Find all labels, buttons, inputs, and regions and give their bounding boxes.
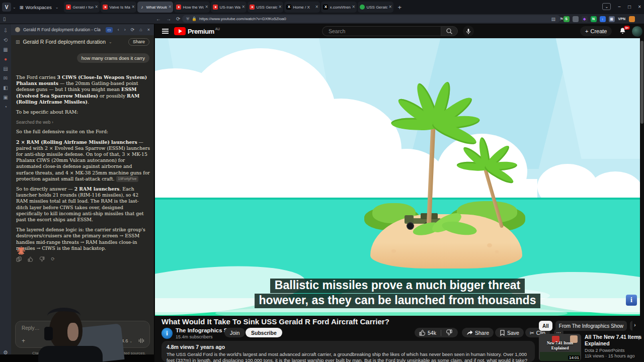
browser-tab[interactable]: US-Iran War: USS Ger× (211, 2, 247, 13)
tab-close-icon[interactable]: × (205, 5, 208, 10)
join-button[interactable]: Join (224, 328, 245, 337)
new-tab-button[interactable]: + (397, 4, 401, 11)
shield-icon[interactable]: ⛨ (186, 17, 189, 22)
dislike-icon[interactable] (446, 329, 452, 336)
tab-close-icon[interactable]: × (95, 5, 98, 10)
browser-tab[interactable]: XHome / X× (284, 2, 320, 13)
address-bar[interactable]: ⛨ 🔒 https://www.youtube.com/watch?v=DXfK… (182, 15, 560, 23)
panel-forward-icon[interactable]: › (124, 27, 126, 32)
tab-close-icon[interactable]: × (315, 5, 318, 10)
attach-plus-button[interactable]: + (22, 337, 25, 344)
account-avatar[interactable] (632, 26, 642, 37)
reading-panel-icon[interactable]: ◧ (3, 85, 8, 90)
reading-list-icon[interactable]: ▤ (551, 17, 555, 22)
vivaldi-menu-button[interactable]: V (2, 3, 11, 12)
share-button[interactable]: Share (462, 328, 494, 337)
app-menu-chevron-icon[interactable]: ⌄ (13, 5, 16, 10)
hamburger-menu-icon[interactable] (162, 29, 169, 35)
tab-label: What Would It Take T (146, 5, 167, 10)
history-panel-icon[interactable]: ◔ (4, 105, 7, 110)
panel-reload-icon[interactable]: ⟳ (131, 27, 135, 32)
browser-tab[interactable]: Valve Is Making Some× (101, 2, 136, 13)
subscribe-button[interactable]: Subscribe (246, 328, 282, 337)
chips-next-icon[interactable]: › (634, 322, 636, 328)
tab-dropdown-icon[interactable]: ⌄ (602, 3, 611, 10)
like-count[interactable]: 54k (428, 330, 436, 336)
chat-title[interactable]: Gerald R Ford deployment duration (23, 39, 106, 45)
panel-close-icon[interactable]: × (147, 27, 150, 32)
close-window-button[interactable]: × (638, 4, 641, 10)
extension-icon[interactable]: ↓ (600, 16, 606, 22)
downloads-icon[interactable]: ⇩ (4, 28, 8, 33)
panel-toggle-icon[interactable]: ▯ (3, 16, 6, 22)
description-box[interactable]: 4.8m views 7 years ago The USS Gerald Fo… (162, 341, 535, 362)
windows-panel-icon[interactable]: ▦ (3, 47, 8, 52)
channel-avatar[interactable]: i (162, 328, 173, 339)
search-input[interactable]: Search (322, 26, 441, 36)
mail-panel-icon[interactable]: ✉ (4, 76, 8, 81)
filter-chip[interactable]: Aircraft car (630, 321, 632, 331)
extension-icon[interactable]: VPN (618, 16, 626, 22)
youtube-premium-logo[interactable]: Premium AU (174, 27, 220, 35)
url-text[interactable]: https://www.youtube.com/watch?v=DXfKo5Zi… (199, 17, 286, 21)
filter-chip[interactable]: All (539, 321, 552, 331)
channel-watermark[interactable]: i (626, 295, 637, 306)
recommended-channel[interactable]: Dota 2 PowerPoints (585, 348, 625, 353)
tab-close-icon[interactable]: × (242, 5, 245, 10)
browser-tab[interactable]: ♪What Would It Take T× (137, 2, 173, 13)
extension-icon[interactable]: ▣ (609, 16, 615, 22)
retry-icon[interactable]: ⟳ (51, 256, 55, 262)
page-scrollbar[interactable] (640, 38, 644, 362)
scrollbar-thumb[interactable] (640, 41, 643, 124)
workspaces-button[interactable]: ⊞ Workspaces ⌄ (20, 5, 60, 10)
like-icon[interactable] (419, 329, 426, 336)
minimize-button[interactable]: − (618, 4, 621, 10)
extension-icon[interactable]: ◆ (582, 16, 588, 22)
bookmarks-panel-icon[interactable]: ▣ (3, 95, 8, 100)
tab-close-icon[interactable]: × (279, 5, 282, 10)
create-button[interactable]: +Create (580, 26, 612, 36)
thumbs-up-icon[interactable] (28, 256, 33, 262)
copy-icon[interactable] (16, 256, 22, 262)
browser-tab[interactable]: Gerald r ford - YouTub× (64, 2, 100, 13)
search-button[interactable] (441, 26, 458, 36)
back-icon[interactable]: ← (156, 16, 161, 22)
chat-title-chevron-icon[interactable]: ⌄ (109, 40, 112, 44)
browser-tab[interactable]: Xx.com/i/trending/2037× (321, 2, 357, 13)
tab-close-icon[interactable]: × (352, 5, 355, 10)
recommended-thumbnail[interactable]: New 7.41 ItemsExplained 14:01 (539, 334, 581, 361)
reply-input[interactable]: Reply… + Sonnet 4.6 ⌄ (15, 321, 150, 348)
filter-chip[interactable]: From The Infographics Show (555, 321, 627, 331)
extension-icon[interactable] (573, 16, 579, 22)
extension-icon[interactable]: N (591, 16, 597, 22)
notes-panel-icon[interactable]: ▤ (3, 66, 8, 71)
browser-tab[interactable]: USS Gerald R. Ford d× (248, 2, 283, 13)
reload-icon[interactable]: ⟳ (176, 16, 180, 22)
forward-icon[interactable]: → (166, 16, 171, 22)
searched-the-web-toggle[interactable]: Searched the web › (16, 119, 150, 125)
sidebar-toggle-icon[interactable]: ⊞ (16, 39, 20, 45)
share-button[interactable]: Share (128, 38, 149, 46)
maximize-button[interactable]: □ (628, 4, 631, 10)
sync-icon[interactable]: ⟲ (4, 38, 8, 43)
source-citation-badge[interactable]: 19FortyFive (116, 176, 139, 182)
thumbs-down-icon[interactable] (39, 256, 45, 262)
tab-close-icon[interactable]: × (389, 5, 392, 10)
settings-gear-icon[interactable]: ⚙ (0, 349, 11, 356)
browser-tab[interactable]: How the World's Larg× (174, 2, 210, 13)
voice-mode-icon[interactable] (139, 338, 144, 343)
tab-close-icon[interactable]: × (169, 5, 172, 10)
mail-badge-icon[interactable]: ● (4, 57, 7, 62)
video-player[interactable]: Ballistic missiles prove a much bigger t… (155, 38, 640, 316)
recommended-title[interactable]: All The New 7.41 Items Explained (585, 334, 644, 346)
save-button[interactable]: Save (495, 328, 524, 337)
extension-icon[interactable]: S (564, 16, 570, 22)
voice-search-button[interactable] (463, 26, 474, 37)
panel-back-icon[interactable]: ‹ (118, 27, 119, 32)
tab-close-icon[interactable]: × (132, 5, 135, 10)
mobile-view-icon[interactable]: ▭ (106, 27, 113, 33)
model-selector[interactable]: Sonnet 4.6 ⌄ (105, 338, 132, 343)
panel-home-icon[interactable]: ⌂ (139, 27, 142, 32)
extension-icon[interactable] (629, 16, 635, 22)
browser-tab[interactable]: USS Gerald R. Ford (C× (358, 2, 393, 13)
